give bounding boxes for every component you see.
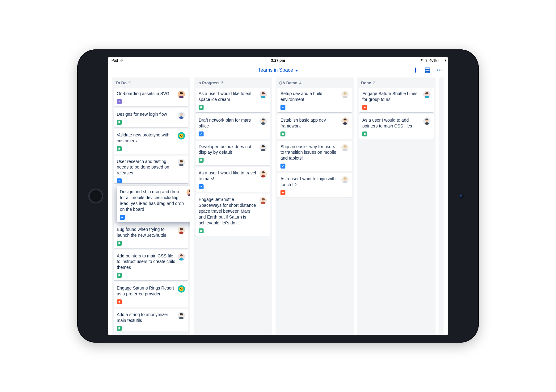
issue-card[interactable]: Engage Saturns Rings Resort as a preferr… — [114, 282, 188, 307]
issue-card[interactable]: Bug found when trying to launch the new … — [114, 223, 188, 248]
svg-point-3 — [437, 69, 438, 70]
column-count: 5 — [221, 81, 224, 85]
board-column[interactable]: Done 2 Engage Saturn Shuttle Lines for g… — [357, 77, 436, 335]
avatar — [178, 91, 185, 98]
card-title: Bug found when trying to launch the new … — [117, 227, 176, 238]
avatar — [178, 111, 185, 119]
card-title: Establish basic app dev framework — [280, 117, 339, 129]
issue-card[interactable]: Engage Saturn Shuttle Lines for group to… — [359, 88, 434, 112]
avatar — [178, 132, 185, 140]
board-title: Teams in Space — [258, 67, 293, 73]
avatar — [341, 117, 349, 125]
card-list[interactable]: On-boarding assets in SVG Designs for ne… — [112, 88, 190, 333]
svg-point-14 — [181, 136, 182, 137]
column-name: Done — [361, 81, 371, 85]
card-title: Developer toolbox does not display by de… — [199, 144, 258, 156]
issue-card[interactable]: Designs for new login flow — [114, 108, 188, 127]
issue-card[interactable]: As a user I want to login with touch ID — [277, 173, 352, 198]
avatar — [178, 285, 185, 293]
ios-status-bar: iPad 3:27 pm 40% — [108, 57, 448, 64]
card-title: Add pointers to main CSS file to instruc… — [117, 253, 176, 271]
board-column[interactable]: QA Demo 4 Setup dev and a build environm… — [276, 77, 354, 335]
issue-card[interactable]: As a user I would like to eat space ice … — [196, 88, 270, 112]
kanban-board[interactable]: To Do 9 On-boarding assets in SVG Design… — [108, 76, 448, 335]
story-type-icon — [199, 228, 204, 233]
story-type-icon — [199, 105, 204, 110]
card-list[interactable]: As a user I would like to eat space ice … — [194, 88, 272, 238]
task-type-icon — [117, 178, 122, 183]
issue-card[interactable]: Establish basic app dev framework — [277, 114, 352, 139]
card-title: Engage Saturns Rings Resort as a preferr… — [117, 285, 176, 297]
card-title: As a user I want to login with touch ID — [280, 176, 339, 188]
wifi-icon — [120, 58, 124, 63]
avatar — [259, 91, 267, 98]
card-title: Ship an easier way for users to transiti… — [280, 144, 339, 161]
card-title: On-boarding assets in SVG — [117, 91, 176, 97]
issue-card[interactable]: On-boarding assets in SVG — [114, 88, 188, 106]
issue-card[interactable]: User research and testing needs to be do… — [114, 156, 188, 184]
battery-icon — [439, 59, 445, 62]
avatar — [187, 189, 190, 196]
column-name: To Do — [116, 81, 127, 85]
issue-card[interactable]: Add pointers to main CSS file to instruc… — [114, 250, 188, 281]
task-type-icon — [280, 105, 285, 110]
issue-card[interactable]: Ship an easier way for users to transiti… — [277, 141, 352, 171]
issue-card[interactable]: Validate new prototype with customers — [114, 129, 188, 154]
story-type-icon — [280, 131, 285, 136]
issue-card[interactable]: Engage JetShuttle SpaceWays for short di… — [196, 194, 270, 236]
device-label: iPad — [111, 58, 118, 63]
board-column-partial[interactable] — [439, 77, 444, 335]
card-title: Engage JetShuttle SpaceWays for short di… — [199, 197, 258, 226]
board-column[interactable]: In Progress 5 As a user I would like to … — [194, 77, 272, 335]
avatar — [178, 227, 185, 234]
more-button[interactable] — [436, 67, 442, 73]
column-header: QA Demo 4 — [276, 77, 354, 88]
issue-card[interactable]: Developer toolbox does not display by de… — [196, 141, 270, 165]
story-type-icon — [117, 273, 122, 278]
column-name: QA Demo — [279, 81, 297, 85]
column-count: 9 — [128, 81, 131, 85]
column-count: 4 — [299, 81, 301, 85]
svg-point-28 — [181, 290, 182, 290]
story-type-icon — [117, 326, 122, 331]
avatar — [341, 91, 349, 98]
issue-card[interactable]: Draft network plan for mars office — [196, 114, 270, 139]
svg-point-27 — [182, 288, 182, 289]
task-type-icon — [280, 164, 285, 169]
avatar — [259, 117, 267, 125]
screen: iPad 3:27 pm 40% — [108, 57, 448, 335]
clock: 3:27 pm — [271, 58, 285, 63]
bug-type-icon — [362, 105, 367, 110]
task-type-icon — [199, 184, 204, 189]
create-button[interactable] — [412, 67, 419, 73]
svg-point-50 — [364, 106, 366, 108]
story-type-icon — [199, 158, 204, 163]
battery-pct: 40% — [429, 58, 437, 63]
issue-card[interactable]: As a user I would like to travel to mars… — [196, 167, 270, 192]
board-switcher[interactable]: Teams in Space — [258, 67, 298, 73]
home-button[interactable] — [88, 189, 103, 203]
card-list[interactable]: Setup dev and a build environment Establ… — [276, 88, 354, 200]
issue-card[interactable]: Add a string to anonymizer main textutil… — [114, 309, 188, 331]
issue-card[interactable]: Setup dev and a build environment — [277, 88, 352, 112]
column-header: To Do 9 — [112, 77, 190, 88]
task-type-icon — [199, 131, 204, 136]
backlog-button[interactable] — [424, 67, 431, 73]
avatar — [341, 144, 349, 151]
svg-rect-0 — [425, 68, 430, 69]
card-list[interactable]: Engage Saturn Shuttle Lines for group to… — [357, 88, 436, 141]
issue-card[interactable]: Design and ship drag and drop for all mo… — [117, 186, 190, 222]
card-title: Design and ship drag and drop for all mo… — [120, 189, 185, 212]
svg-point-26 — [180, 288, 181, 289]
card-title: Add a string to anonymizer main textutil… — [117, 312, 176, 323]
avatar — [259, 197, 267, 204]
issue-card[interactable]: As a user I would to add pointers to mai… — [359, 114, 434, 139]
card-title: User research and testing needs to be do… — [117, 159, 176, 176]
story-type-icon — [362, 131, 367, 136]
avatar — [423, 91, 431, 98]
column-name: In Progress — [197, 81, 220, 85]
board-column[interactable]: To Do 9 On-boarding assets in SVG Design… — [112, 77, 190, 335]
story-type-icon — [117, 241, 122, 246]
svg-point-13 — [182, 135, 182, 136]
column-count: 2 — [373, 81, 375, 85]
